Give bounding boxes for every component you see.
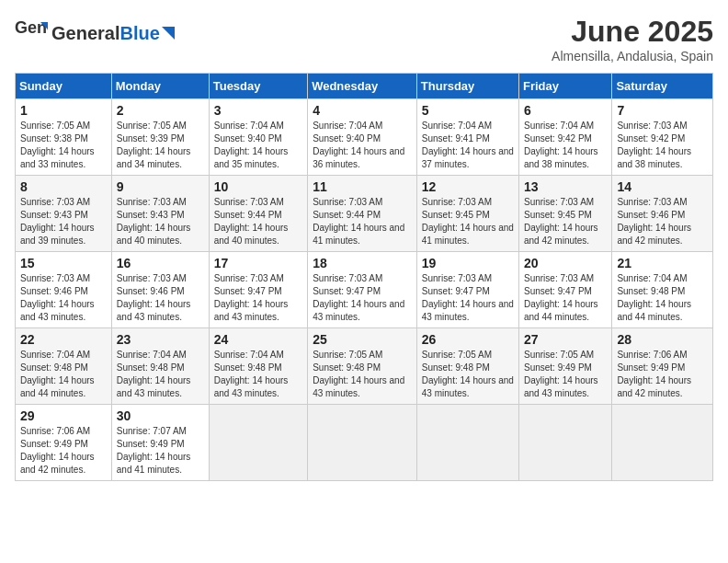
header-sunday: Sunday: [16, 74, 112, 99]
day-number: 18: [313, 256, 412, 270]
day-info: Sunrise: 7:03 AMSunset: 9:45 PMDaylight:…: [524, 196, 607, 247]
calendar-cell: 17Sunrise: 7:03 AMSunset: 9:47 PMDayligh…: [209, 252, 307, 328]
calendar-cell: 8Sunrise: 7:03 AMSunset: 9:43 PMDaylight…: [16, 176, 112, 252]
day-info: Sunrise: 7:03 AMSunset: 9:42 PMDaylight:…: [617, 120, 708, 171]
day-number: 6: [524, 103, 607, 118]
calendar-cell: 6Sunrise: 7:04 AMSunset: 9:42 PMDaylight…: [518, 99, 611, 176]
calendar-cell: 30Sunrise: 7:07 AMSunset: 9:49 PMDayligh…: [111, 405, 209, 481]
svg-text:General: General: [15, 18, 48, 37]
day-number: 25: [313, 332, 412, 347]
day-number: 9: [117, 179, 204, 194]
calendar-header-row: Sunday Monday Tuesday Wednesday Thursday…: [16, 74, 713, 99]
day-number: 10: [214, 179, 302, 194]
day-number: 28: [617, 332, 708, 347]
day-info: Sunrise: 7:05 AMSunset: 9:49 PMDaylight:…: [524, 349, 607, 400]
day-info: Sunrise: 7:04 AMSunset: 9:48 PMDaylight:…: [20, 349, 107, 400]
day-number: 30: [117, 408, 204, 423]
header-friday: Friday: [518, 74, 611, 99]
calendar-week-row: 22Sunrise: 7:04 AMSunset: 9:48 PMDayligh…: [16, 328, 713, 405]
month-title: June 2025: [552, 15, 713, 49]
header-thursday: Thursday: [416, 74, 518, 99]
day-info: Sunrise: 7:03 AMSunset: 9:43 PMDaylight:…: [117, 196, 204, 247]
day-info: Sunrise: 7:03 AMSunset: 9:46 PMDaylight:…: [20, 272, 107, 324]
day-info: Sunrise: 7:03 AMSunset: 9:47 PMDaylight:…: [422, 272, 514, 324]
calendar-cell: 29Sunrise: 7:06 AMSunset: 9:49 PMDayligh…: [16, 405, 112, 481]
calendar-cell: 28Sunrise: 7:06 AMSunset: 9:49 PMDayligh…: [612, 328, 713, 405]
day-info: Sunrise: 7:03 AMSunset: 9:44 PMDaylight:…: [313, 196, 412, 247]
day-info: Sunrise: 7:03 AMSunset: 9:46 PMDaylight:…: [117, 272, 204, 324]
logo-graphic: General: [15, 15, 48, 52]
calendar-cell: 4Sunrise: 7:04 AMSunset: 9:40 PMDaylight…: [308, 99, 417, 176]
calendar-cell: 23Sunrise: 7:04 AMSunset: 9:48 PMDayligh…: [111, 328, 209, 405]
logo-arrow: [162, 23, 175, 43]
day-info: Sunrise: 7:05 AMSunset: 9:48 PMDaylight:…: [422, 349, 514, 400]
logo-general: General: [51, 23, 119, 43]
calendar-cell: [308, 405, 417, 481]
logo-text: General Blue: [51, 23, 175, 43]
calendar-cell: 19Sunrise: 7:03 AMSunset: 9:47 PMDayligh…: [416, 252, 518, 328]
day-info: Sunrise: 7:04 AMSunset: 9:40 PMDaylight:…: [313, 120, 412, 171]
day-number: 14: [617, 179, 708, 194]
calendar-cell: 27Sunrise: 7:05 AMSunset: 9:49 PMDayligh…: [518, 328, 611, 405]
day-info: Sunrise: 7:03 AMSunset: 9:45 PMDaylight:…: [422, 196, 514, 247]
day-number: 4: [313, 103, 412, 118]
header-saturday: Saturday: [612, 74, 713, 99]
day-number: 29: [20, 408, 107, 423]
day-info: Sunrise: 7:06 AMSunset: 9:49 PMDaylight:…: [20, 425, 107, 477]
calendar-cell: 18Sunrise: 7:03 AMSunset: 9:47 PMDayligh…: [308, 252, 417, 328]
calendar-cell: 7Sunrise: 7:03 AMSunset: 9:42 PMDaylight…: [612, 99, 713, 176]
day-number: 16: [117, 256, 204, 270]
day-info: Sunrise: 7:03 AMSunset: 9:47 PMDaylight:…: [214, 272, 302, 324]
day-number: 5: [422, 103, 514, 118]
day-info: Sunrise: 7:03 AMSunset: 9:47 PMDaylight:…: [524, 272, 607, 324]
day-info: Sunrise: 7:04 AMSunset: 9:48 PMDaylight:…: [617, 272, 708, 324]
day-info: Sunrise: 7:05 AMSunset: 9:39 PMDaylight:…: [117, 120, 204, 171]
title-section: June 2025 Almensilla, Andalusia, Spain: [552, 15, 713, 63]
day-number: 13: [524, 179, 607, 194]
day-number: 27: [524, 332, 607, 347]
calendar-cell: 14Sunrise: 7:03 AMSunset: 9:46 PMDayligh…: [612, 176, 713, 252]
day-info: Sunrise: 7:05 AMSunset: 9:48 PMDaylight:…: [313, 349, 412, 400]
svg-marker-2: [162, 27, 175, 40]
header-tuesday: Tuesday: [209, 74, 307, 99]
calendar-cell: 16Sunrise: 7:03 AMSunset: 9:46 PMDayligh…: [111, 252, 209, 328]
day-info: Sunrise: 7:07 AMSunset: 9:49 PMDaylight:…: [117, 425, 204, 477]
calendar-cell: 1Sunrise: 7:05 AMSunset: 9:38 PMDaylight…: [16, 99, 112, 176]
calendar-cell: 3Sunrise: 7:04 AMSunset: 9:40 PMDaylight…: [209, 99, 307, 176]
calendar-cell: 15Sunrise: 7:03 AMSunset: 9:46 PMDayligh…: [16, 252, 112, 328]
calendar-week-row: 1Sunrise: 7:05 AMSunset: 9:38 PMDaylight…: [16, 99, 713, 176]
day-number: 23: [117, 332, 204, 347]
calendar-cell: 11Sunrise: 7:03 AMSunset: 9:44 PMDayligh…: [308, 176, 417, 252]
calendar-cell: 13Sunrise: 7:03 AMSunset: 9:45 PMDayligh…: [518, 176, 611, 252]
day-info: Sunrise: 7:03 AMSunset: 9:47 PMDaylight:…: [313, 272, 412, 324]
calendar-cell: 2Sunrise: 7:05 AMSunset: 9:39 PMDaylight…: [111, 99, 209, 176]
day-info: Sunrise: 7:04 AMSunset: 9:42 PMDaylight:…: [524, 120, 607, 171]
day-number: 24: [214, 332, 302, 347]
day-number: 11: [313, 179, 412, 194]
day-number: 1: [20, 103, 107, 118]
day-number: 8: [20, 179, 107, 194]
location-subtitle: Almensilla, Andalusia, Spain: [552, 49, 713, 63]
day-number: 17: [214, 256, 302, 270]
logo: General General Blue: [15, 15, 175, 52]
day-info: Sunrise: 7:04 AMSunset: 9:41 PMDaylight:…: [422, 120, 514, 171]
day-number: 3: [214, 103, 302, 118]
day-info: Sunrise: 7:04 AMSunset: 9:48 PMDaylight:…: [214, 349, 302, 400]
day-info: Sunrise: 7:04 AMSunset: 9:40 PMDaylight:…: [214, 120, 302, 171]
calendar-cell: 24Sunrise: 7:04 AMSunset: 9:48 PMDayligh…: [209, 328, 307, 405]
calendar-week-row: 15Sunrise: 7:03 AMSunset: 9:46 PMDayligh…: [16, 252, 713, 328]
day-number: 2: [117, 103, 204, 118]
calendar-cell: 26Sunrise: 7:05 AMSunset: 9:48 PMDayligh…: [416, 328, 518, 405]
day-number: 20: [524, 256, 607, 270]
day-number: 22: [20, 332, 107, 347]
calendar-cell: 9Sunrise: 7:03 AMSunset: 9:43 PMDaylight…: [111, 176, 209, 252]
calendar-cell: 21Sunrise: 7:04 AMSunset: 9:48 PMDayligh…: [612, 252, 713, 328]
header-monday: Monday: [111, 74, 209, 99]
calendar-week-row: 29Sunrise: 7:06 AMSunset: 9:49 PMDayligh…: [16, 405, 713, 481]
day-number: 15: [20, 256, 107, 270]
day-info: Sunrise: 7:04 AMSunset: 9:48 PMDaylight:…: [117, 349, 204, 400]
calendar-cell: [612, 405, 713, 481]
calendar-cell: 22Sunrise: 7:04 AMSunset: 9:48 PMDayligh…: [16, 328, 112, 405]
calendar-cell: 25Sunrise: 7:05 AMSunset: 9:48 PMDayligh…: [308, 328, 417, 405]
page-header: General General Blue June 2025 Almensill…: [15, 15, 713, 63]
